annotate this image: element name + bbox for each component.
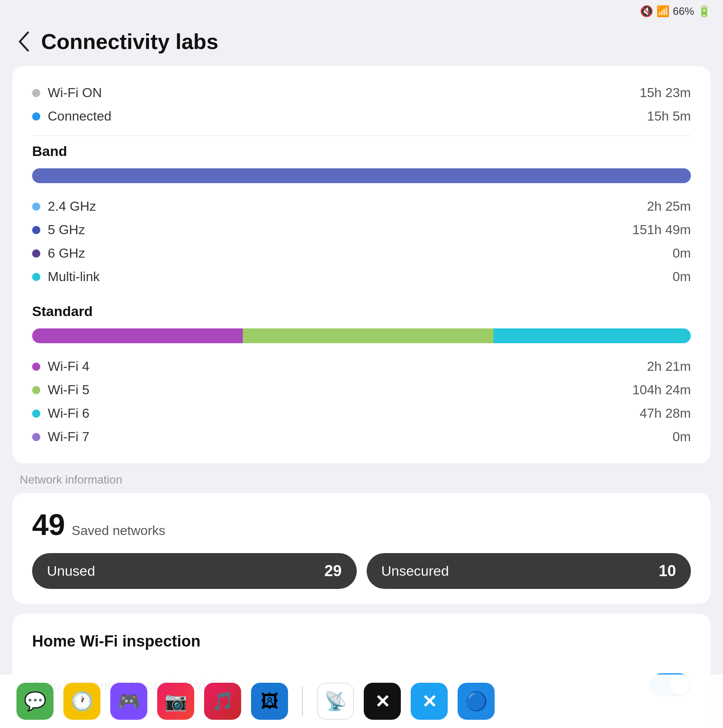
band-6ghz-label: 6 GHz — [48, 246, 85, 261]
dock-camera-icon[interactable]: 📷 — [157, 683, 194, 720]
battery-level: 66% — [673, 5, 694, 18]
band-multilink-dot — [32, 273, 40, 281]
band-bar — [32, 168, 691, 183]
page-title: Connectivity labs — [41, 29, 219, 54]
band-6ghz-time: 0m — [673, 246, 691, 261]
band-2ghz-time: 2h 25m — [647, 199, 691, 214]
band-5ghz-label: 5 GHz — [48, 222, 85, 237]
standard-bar-green — [243, 328, 493, 343]
network-action-buttons: Unused 29 Unsecured 10 — [32, 553, 691, 589]
band-2ghz-row: 2.4 GHz 2h 25m — [32, 195, 691, 218]
home-wifi-title: Home Wi-Fi inspection — [12, 614, 711, 654]
unsecured-button[interactable]: Unsecured 10 — [367, 553, 691, 589]
bottom-dock: 💬 🕐 🎮 📷 🎵 🖼 📡 ✕ ✕ 🔵 — [0, 675, 723, 728]
standard-title: Standard — [32, 303, 691, 319]
dock-gallery-icon[interactable]: 🖼 — [251, 683, 288, 720]
band-title: Band — [32, 143, 691, 159]
band-5ghz-time: 151h 49m — [632, 222, 691, 237]
band-2ghz-label: 2.4 GHz — [48, 199, 96, 214]
wifi5-row: Wi-Fi 5 104h 24m — [32, 378, 691, 402]
connected-label: Connected — [48, 109, 112, 124]
wifi-on-label: Wi-Fi ON — [48, 85, 102, 100]
band-multilink-row: Multi-link 0m — [32, 265, 691, 288]
network-info-label: Network information — [0, 473, 723, 486]
band-5ghz-dot — [32, 226, 40, 234]
unsecured-label: Unsecured — [381, 563, 449, 579]
connected-time: 15h 5m — [647, 109, 691, 124]
mute-icon: 🔇 — [640, 5, 653, 18]
standard-bar-teal — [493, 328, 691, 343]
status-bar: 🔇 📶 66% 🔋 — [0, 0, 723, 21]
connected-dot — [32, 112, 40, 121]
wifi4-row: Wi-Fi 4 2h 21m — [32, 355, 691, 378]
dock-divider — [302, 687, 303, 716]
band-6ghz-dot — [32, 249, 40, 258]
unsecured-count: 10 — [659, 562, 676, 580]
wifi6-dot — [32, 409, 40, 418]
dock-x-blue-icon[interactable]: ✕ — [411, 683, 448, 720]
unused-label: Unused — [47, 563, 95, 579]
wifi6-label: Wi-Fi 6 — [48, 406, 89, 421]
page-header: Connectivity labs — [0, 21, 723, 66]
dock-x-black-icon[interactable]: ✕ — [364, 683, 401, 720]
dock-game-icon[interactable]: 🎮 — [110, 683, 147, 720]
wifi-on-time: 15h 23m — [639, 85, 691, 100]
standard-bar-purple — [32, 328, 243, 343]
band-multilink-label: Multi-link — [48, 269, 100, 284]
band-5ghz-row: 5 GHz 151h 49m — [32, 218, 691, 242]
band-multilink-time: 0m — [673, 269, 691, 284]
divider-1 — [32, 135, 691, 136]
dock-clock-icon[interactable]: 🕐 — [63, 683, 100, 720]
band-2ghz-dot — [32, 202, 40, 211]
wifi7-time: 0m — [673, 429, 691, 444]
wifi5-time: 104h 24m — [632, 382, 691, 398]
wifi4-time: 2h 21m — [647, 359, 691, 374]
wifi5-label: Wi-Fi 5 — [48, 382, 89, 398]
wifi-icon: 📶 — [656, 5, 670, 18]
wifi5-dot — [32, 386, 40, 394]
wifi7-label: Wi-Fi 7 — [48, 429, 89, 444]
wifi4-label: Wi-Fi 4 — [48, 359, 89, 374]
back-button[interactable] — [16, 30, 31, 53]
wifi4-dot — [32, 363, 40, 371]
saved-count-label: Saved networks — [72, 523, 165, 538]
wifi7-dot — [32, 433, 40, 441]
wifi-status-card: Wi-Fi ON 15h 23m Connected 15h 5m Band 2… — [12, 66, 711, 463]
dock-music-icon[interactable]: 🎵 — [204, 683, 241, 720]
dock-wifi-icon[interactable]: 📡 — [317, 683, 354, 720]
unused-count: 29 — [324, 562, 342, 580]
band-6ghz-row: 6 GHz 0m — [32, 242, 691, 265]
dock-blue-app-icon[interactable]: 🔵 — [458, 683, 495, 720]
network-info-card: 49 Saved networks Unused 29 Unsecured 10 — [12, 493, 711, 604]
connected-row: Connected 15h 5m — [32, 105, 691, 128]
wifi-on-dot — [32, 89, 40, 97]
wifi6-row: Wi-Fi 6 47h 28m — [32, 402, 691, 425]
wifi6-time: 47h 28m — [639, 406, 691, 421]
dock-messages-icon[interactable]: 💬 — [16, 683, 53, 720]
unused-button[interactable]: Unused 29 — [32, 553, 357, 589]
wifi-on-row: Wi-Fi ON 15h 23m — [32, 81, 691, 105]
saved-count-number: 49 — [32, 508, 65, 542]
saved-networks-count: 49 Saved networks — [32, 508, 691, 542]
standard-bar — [32, 328, 691, 343]
status-icons: 🔇 📶 66% 🔋 — [640, 5, 711, 18]
wifi7-row: Wi-Fi 7 0m — [32, 425, 691, 449]
battery-icon: 🔋 — [697, 5, 711, 18]
